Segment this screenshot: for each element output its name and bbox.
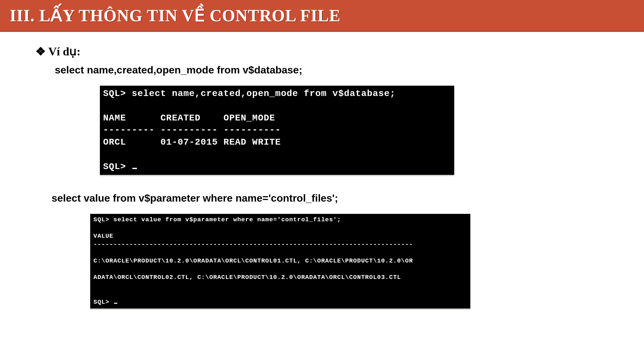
t2-line11: SQL> <box>93 299 113 306</box>
t2-line4: ----------------------------------------… <box>93 241 413 248</box>
example-header: ❖Ví dụ: <box>35 45 612 58</box>
t1-line3: NAME CREATED OPEN_MODE <box>103 113 275 123</box>
t2-line8: ADATA\ORCL\CONTROL02.CTL, C:\ORACLE\PROD… <box>93 274 401 281</box>
t2-line1: SQL> select value from v$parameter where… <box>93 216 341 223</box>
t1-line7: SQL> <box>103 162 132 172</box>
terminal-output-1: SQL> select name,created,open_mode from … <box>100 86 454 176</box>
t1-line4: --------- ---------- ---------- <box>103 125 281 135</box>
slide-content: ❖Ví dụ: select name,created,open_mode fr… <box>0 32 644 310</box>
terminal-output-2: SQL> select value from v$parameter where… <box>90 214 470 310</box>
cursor-icon <box>114 303 117 304</box>
t1-line5: ORCL 01-07-2015 READ WRITE <box>103 137 281 147</box>
slide-title-bar: III. LẤY THÔNG TIN VỀ CONTROL FILE <box>0 0 644 32</box>
slide-title: III. LẤY THÔNG TIN VỀ CONTROL FILE <box>10 6 341 25</box>
bullet-icon: ❖ <box>35 45 46 58</box>
t2-line6: C:\ORACLE\PRODUCT\10.2.0\ORADATA\ORCL\CO… <box>93 257 413 264</box>
sql-statement-2: select value from v$parameter where name… <box>52 192 612 204</box>
t1-line1: SQL> select name,created,open_mode from … <box>103 89 396 99</box>
example-label: Ví dụ: <box>48 45 81 58</box>
cursor-icon <box>132 168 137 169</box>
sql-statement-1: select name,created,open_mode from v$dat… <box>55 64 612 76</box>
t2-line3: VALUE <box>93 233 113 240</box>
